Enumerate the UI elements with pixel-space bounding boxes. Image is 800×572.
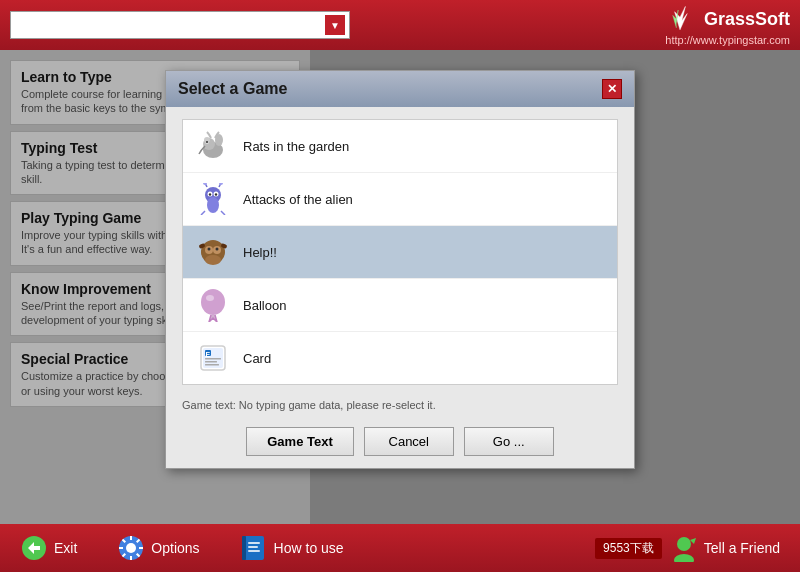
svg-point-37 bbox=[209, 193, 211, 195]
svg-point-45 bbox=[208, 248, 211, 251]
modal-header: Select a Game ✕ bbox=[166, 71, 634, 107]
rat-game-icon bbox=[195, 128, 231, 164]
svg-text:E: E bbox=[206, 351, 211, 358]
svg-point-49 bbox=[201, 289, 225, 315]
help-game-icon bbox=[195, 234, 231, 270]
svg-point-67 bbox=[674, 554, 694, 562]
how-to-use-label: How to use bbox=[274, 540, 344, 556]
bottom-bar: Exit Options How to use 9553下载 Tell a F bbox=[0, 524, 800, 572]
svg-rect-64 bbox=[248, 546, 258, 548]
game-status-text: Game text: No typing game data, please r… bbox=[182, 395, 618, 415]
modal-title: Select a Game bbox=[178, 80, 287, 98]
exit-icon bbox=[20, 534, 48, 562]
svg-rect-63 bbox=[248, 542, 260, 544]
svg-rect-65 bbox=[248, 550, 260, 552]
modal-overlay: Select a Game ✕ bbox=[0, 50, 800, 524]
options-icon bbox=[117, 534, 145, 562]
game-item-alien[interactable]: Attacks of the alien bbox=[183, 173, 617, 226]
svg-point-60 bbox=[126, 543, 136, 553]
bottom-right: 9553下载 Tell a Friend bbox=[595, 534, 780, 562]
tell-friend-item[interactable]: Tell a Friend bbox=[670, 534, 780, 562]
balloon-game-icon bbox=[195, 287, 231, 323]
go-button[interactable]: Go ... bbox=[464, 427, 554, 456]
grasssoft-logo: GrassSoft bbox=[662, 4, 790, 34]
tell-friend-label: Tell a Friend bbox=[704, 540, 780, 556]
game-rats-label: Rats in the garden bbox=[243, 139, 349, 154]
how-to-use-item[interactable]: How to use bbox=[240, 534, 344, 562]
tell-friend-icon bbox=[670, 534, 698, 562]
game-item-balloon[interactable]: Balloon bbox=[183, 279, 617, 332]
options-label: Options bbox=[151, 540, 199, 556]
svg-rect-55 bbox=[205, 358, 221, 360]
svg-point-34 bbox=[207, 197, 219, 213]
brand-name: GrassSoft bbox=[704, 9, 790, 30]
top-bar-left: ▼ bbox=[10, 11, 350, 39]
top-bar: ▼ GrassSoft http://www.typingstar.com bbox=[0, 0, 800, 50]
game-balloon-label: Balloon bbox=[243, 298, 286, 313]
svg-point-44 bbox=[205, 255, 221, 265]
game-item-card[interactable]: E Card bbox=[183, 332, 617, 384]
website-url: http://www.typingstar.com bbox=[662, 34, 790, 46]
modal-body: Rats in the garden bbox=[166, 107, 634, 468]
svg-point-46 bbox=[216, 248, 219, 251]
select-game-modal: Select a Game ✕ bbox=[165, 70, 635, 469]
svg-rect-62 bbox=[242, 536, 246, 560]
game-alien-label: Attacks of the alien bbox=[243, 192, 353, 207]
svg-rect-56 bbox=[205, 361, 217, 363]
modal-close-button[interactable]: ✕ bbox=[602, 79, 622, 99]
svg-point-32 bbox=[206, 141, 208, 143]
grasssoft-icon bbox=[662, 4, 698, 34]
svg-point-38 bbox=[215, 193, 217, 195]
brand-badge: 9553下载 bbox=[595, 538, 662, 559]
alien-game-icon bbox=[195, 181, 231, 217]
top-bar-right: GrassSoft http://www.typingstar.com bbox=[662, 4, 790, 46]
address-dropdown[interactable]: ▼ bbox=[325, 15, 345, 35]
cancel-button[interactable]: Cancel bbox=[364, 427, 454, 456]
game-help-label: Help!! bbox=[243, 245, 277, 260]
svg-rect-57 bbox=[205, 364, 219, 366]
exit-label: Exit bbox=[54, 540, 77, 556]
how-to-use-icon bbox=[240, 534, 268, 562]
modal-buttons: Game Text Cancel Go ... bbox=[182, 427, 618, 456]
address-bar[interactable]: ▼ bbox=[10, 11, 350, 39]
game-list: Rats in the garden bbox=[182, 119, 618, 385]
svg-point-66 bbox=[677, 537, 691, 551]
game-item-help[interactable]: Help!! bbox=[183, 226, 617, 279]
options-item[interactable]: Options bbox=[117, 534, 199, 562]
card-game-icon: E bbox=[195, 340, 231, 376]
game-text-button[interactable]: Game Text bbox=[246, 427, 354, 456]
svg-point-50 bbox=[206, 295, 214, 301]
game-card-label: Card bbox=[243, 351, 271, 366]
exit-item[interactable]: Exit bbox=[20, 534, 77, 562]
game-item-rats[interactable]: Rats in the garden bbox=[183, 120, 617, 173]
